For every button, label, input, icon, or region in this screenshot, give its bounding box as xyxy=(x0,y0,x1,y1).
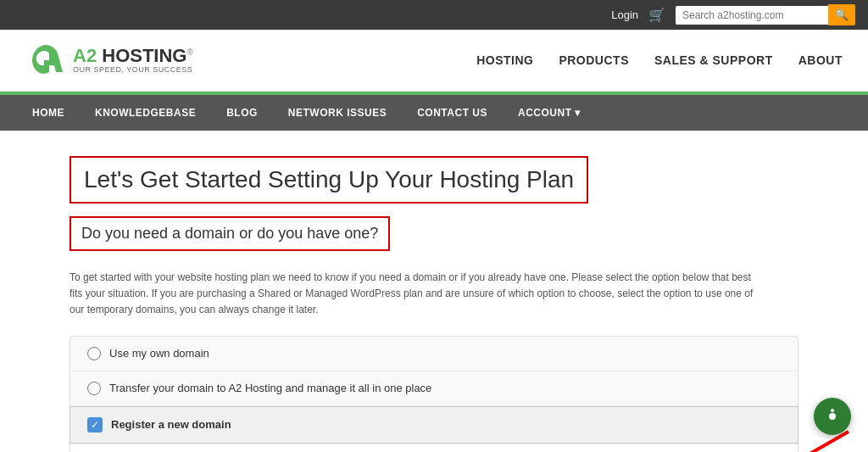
svg-point-5 xyxy=(829,413,836,420)
logo-text: A2 HOSTING® OUR SPEED, YOUR SUCCESS xyxy=(73,47,193,74)
chat-icon[interactable] xyxy=(814,398,851,435)
page-title: Let's Get Started Setting Up Your Hostin… xyxy=(70,156,588,204)
nav-network-issues[interactable]: NETWORK ISSUES xyxy=(273,95,402,131)
top-bar: Login 🛒 🔍 xyxy=(0,0,868,30)
page-title-wrapper: Let's Get Started Setting Up Your Hostin… xyxy=(70,156,798,216)
label-register-domain: Register a new domain xyxy=(111,418,231,431)
nav-products[interactable]: PRODUCTS xyxy=(559,53,629,67)
svg-line-0 xyxy=(789,432,849,452)
label-own-domain: Use my own domain xyxy=(109,347,209,360)
description-text: To get started with your website hosting… xyxy=(70,270,765,319)
svg-point-6 xyxy=(831,409,834,412)
nav-about[interactable]: ABOUT xyxy=(798,53,843,67)
secondary-nav: HOME KNOWLEDGEBASE BLOG NETWORK ISSUES C… xyxy=(0,95,868,131)
domain-subtitle: Do you need a domain or do you have one? xyxy=(70,216,390,251)
site-header: A2 HOSTING® OUR SPEED, YOUR SUCCESS HOST… xyxy=(0,30,868,92)
nav-contact-us[interactable]: CONTACT US xyxy=(402,95,503,131)
logo-icon xyxy=(25,40,66,81)
option-own-domain: Use my own domain xyxy=(70,337,798,371)
search-bar: 🔍 xyxy=(676,4,855,25)
logo-brand: A2 HOSTING® xyxy=(73,47,193,65)
label-transfer-domain: Transfer your domain to A2 Hosting and m… xyxy=(109,382,431,394)
logo-tagline: OUR SPEED, YOUR SUCCESS xyxy=(73,65,193,74)
radio-own-domain[interactable] xyxy=(87,347,101,360)
nav-hosting[interactable]: HOSTING xyxy=(476,53,533,67)
login-link[interactable]: Login xyxy=(611,8,638,21)
nav-knowledgebase[interactable]: KNOWLEDGEBASE xyxy=(80,95,211,131)
domain-options-card: Use my own domain Transfer your domain t… xyxy=(70,336,798,452)
subtitle-wrapper: Do you need a domain or do you have one? xyxy=(70,216,798,261)
cart-icon[interactable]: 🛒 xyxy=(648,7,665,23)
main-content: Let's Get Started Setting Up Your Hostin… xyxy=(53,156,815,452)
nav-blog[interactable]: BLOG xyxy=(211,95,273,131)
logo-area: A2 HOSTING® OUR SPEED, YOUR SUCCESS xyxy=(25,40,193,81)
radio-transfer-domain[interactable] xyxy=(87,382,101,395)
nav-home[interactable]: HOME xyxy=(17,95,80,131)
search-button[interactable]: 🔍 xyxy=(828,4,855,25)
option-register-domain: ✓ Register a new domain xyxy=(70,406,798,444)
checkbox-register[interactable]: ✓ xyxy=(87,417,103,432)
main-nav: HOSTING PRODUCTS SALES & SUPPORT ABOUT xyxy=(476,53,843,67)
nav-sales-support[interactable]: SALES & SUPPORT xyxy=(654,53,773,67)
nav-account[interactable]: ACCOUNT ▾ xyxy=(503,95,596,131)
domain-input-row: WWW. .com .net .org .info .biz Check Ava… xyxy=(70,444,798,452)
search-input[interactable] xyxy=(676,6,828,25)
option-transfer-domain: Transfer your domain to A2 Hosting and m… xyxy=(70,371,798,406)
